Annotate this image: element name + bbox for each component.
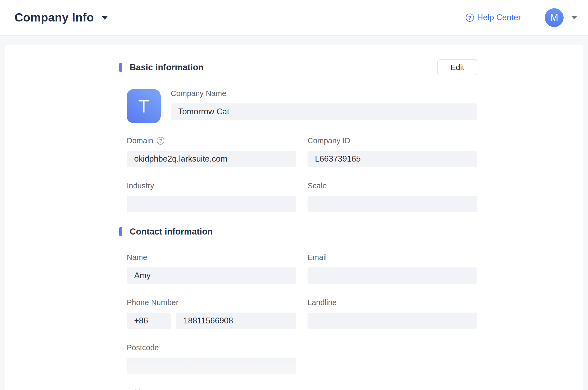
domain-field[interactable]: okidphbe2q.larksuite.com xyxy=(127,151,296,167)
header-actions: ? Help Center M xyxy=(466,8,577,27)
email-field[interactable] xyxy=(308,267,477,284)
company-name-row: T Company Name Tomorrow Cat xyxy=(127,89,477,123)
scale-field[interactable] xyxy=(308,196,477,212)
landline-field[interactable] xyxy=(308,313,477,329)
company-id-label: Company ID xyxy=(308,136,477,145)
contact-information-header: Contact information xyxy=(127,227,477,237)
postcode-field-group: Postcode xyxy=(127,343,296,374)
contact-information-title: Contact information xyxy=(130,227,213,237)
landline-field-group: Landline xyxy=(308,298,477,329)
company-name-label: Company Name xyxy=(171,89,477,98)
company-name-field-group: Company Name Tomorrow Cat xyxy=(171,89,477,123)
domain-label-row: Domain ? xyxy=(127,136,296,145)
postcode-label: Postcode xyxy=(127,343,296,352)
phone-country-code-select[interactable]: +86 xyxy=(127,313,171,329)
address-label: Address xyxy=(127,388,477,390)
email-label: Email xyxy=(308,253,477,262)
company-id-field[interactable]: L663739165 xyxy=(308,151,477,167)
company-info-card: Basic information Edit T Company Name To… xyxy=(5,45,583,390)
name-field-group: Name Amy xyxy=(127,253,296,284)
industry-scale-row: Industry Scale xyxy=(127,181,477,212)
help-center-link[interactable]: ? Help Center xyxy=(466,13,521,22)
avatar[interactable]: M xyxy=(545,8,564,27)
basic-information-title-wrap: Basic information xyxy=(127,62,204,72)
app-header: Company Info ? Help Center M xyxy=(0,0,588,36)
scale-label: Scale xyxy=(308,181,477,190)
company-id-field-group: Company ID L663739165 xyxy=(308,136,477,167)
email-field-group: Email xyxy=(308,253,477,284)
name-email-row: Name Amy Email xyxy=(127,253,477,284)
phone-landline-row: Phone Number +86 18811566908 Landline xyxy=(127,298,477,329)
postcode-row: Postcode xyxy=(127,343,477,374)
basic-information-header: Basic information Edit xyxy=(127,59,477,75)
avatar-caret-down-icon[interactable] xyxy=(571,16,577,19)
help-center-label: Help Center xyxy=(477,13,521,22)
industry-label: Industry xyxy=(127,181,296,190)
page-title: Company Info xyxy=(15,11,94,24)
section-accent-bar xyxy=(119,227,122,236)
domain-help-icon[interactable]: ? xyxy=(157,137,164,145)
domain-label: Domain xyxy=(127,136,153,145)
industry-field-group: Industry xyxy=(127,181,296,212)
company-logo: T xyxy=(127,89,161,123)
name-label: Name xyxy=(127,253,296,262)
caret-down-icon[interactable] xyxy=(101,16,108,20)
company-name-field[interactable]: Tomorrow Cat xyxy=(171,103,477,120)
help-icon: ? xyxy=(466,14,474,22)
name-field[interactable]: Amy xyxy=(127,267,296,284)
basic-information-title: Basic information xyxy=(130,62,204,72)
domain-companyid-row: Domain ? okidphbe2q.larksuite.com Compan… xyxy=(127,136,477,167)
edit-button[interactable]: Edit xyxy=(437,59,477,75)
phone-number-field[interactable]: 18811566908 xyxy=(176,313,296,329)
phone-inputs: +86 18811566908 xyxy=(127,313,296,329)
postcode-field[interactable] xyxy=(127,358,296,374)
landline-label: Landline xyxy=(308,298,477,307)
address-field-group: Address xyxy=(127,388,477,390)
contact-information-title-wrap: Contact information xyxy=(127,227,213,237)
scale-field-group: Scale xyxy=(308,181,477,212)
domain-field-group: Domain ? okidphbe2q.larksuite.com xyxy=(127,136,296,167)
section-accent-bar xyxy=(119,63,122,72)
phone-field-group: Phone Number +86 18811566908 xyxy=(127,298,296,329)
phone-label: Phone Number xyxy=(127,298,296,307)
industry-field[interactable] xyxy=(127,196,296,212)
page-title-dropdown[interactable]: Company Info xyxy=(15,11,108,24)
